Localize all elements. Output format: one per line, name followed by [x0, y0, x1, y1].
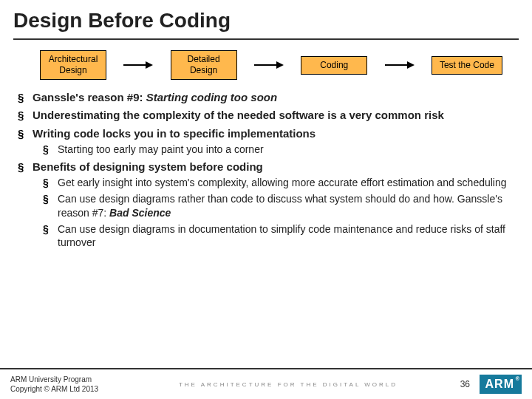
flow-box-2: Detailed Design: [171, 50, 237, 80]
bullet-3-sub1: Starting too early may paint you into a …: [43, 143, 514, 157]
footer-credits: ARM University Program Copyright © ARM L…: [10, 375, 129, 394]
flow-box-3: Coding: [301, 56, 367, 75]
bullet-2-text: Underestimating the complexity of the ne…: [33, 109, 444, 121]
bullet-4-sub2-italic: Bad Science: [109, 207, 171, 219]
flow-box-4: Test the Code: [432, 56, 502, 75]
footer: ARM University Program Copyright © ARM L…: [0, 368, 532, 399]
arrow-icon: [254, 61, 284, 69]
content-area: Ganssle's reason #9: Starting coding too…: [0, 90, 532, 250]
arm-logo: ARM: [480, 375, 522, 394]
bullet-4-text: Benefits of designing system before codi…: [33, 160, 263, 173]
footer-tagline: THE ARCHITECTURE FOR THE DIGITAL WORLD: [129, 381, 448, 388]
bullet-4: Benefits of designing system before codi…: [18, 160, 514, 250]
arrow-icon: [123, 61, 153, 69]
bullet-1-text: Ganssle's reason #9:: [33, 91, 146, 103]
bullet-3-sub1-text: Starting too early may paint you into a …: [58, 143, 264, 155]
arrow-icon: [385, 61, 415, 69]
page-number: 36: [448, 379, 470, 389]
footer-line1: ARM University Program: [10, 375, 129, 384]
bullet-4-sub1-text: Get early insight into system's complexi…: [58, 177, 507, 188]
bullet-4-sub2: Can use design diagrams rather than code…: [43, 192, 514, 220]
bullet-1-italic: Starting coding too soon: [146, 91, 277, 103]
bullet-4-sub3-text: Can use design diagrams in documentation…: [58, 223, 505, 249]
bullet-4-sub3: Can use design diagrams in documentation…: [43, 222, 514, 250]
bullet-3-text: Writing code locks you in to specific im…: [33, 127, 316, 140]
bullet-4-sub1: Get early insight into system's complexi…: [43, 176, 514, 190]
footer-line2: Copyright © ARM Ltd 2013: [10, 384, 129, 394]
slide-title: Design Before Coding: [0, 0, 532, 37]
bullet-3: Writing code locks you in to specific im…: [18, 126, 514, 157]
footer-logo-wrap: ARM: [470, 375, 522, 394]
flow-box-1: Architectural Design: [40, 50, 106, 80]
flow-diagram: Architectural Design Detailed Design Cod…: [0, 40, 532, 90]
bullet-1: Ganssle's reason #9: Starting coding too…: [18, 90, 514, 105]
bullet-2: Underestimating the complexity of the ne…: [18, 108, 514, 123]
